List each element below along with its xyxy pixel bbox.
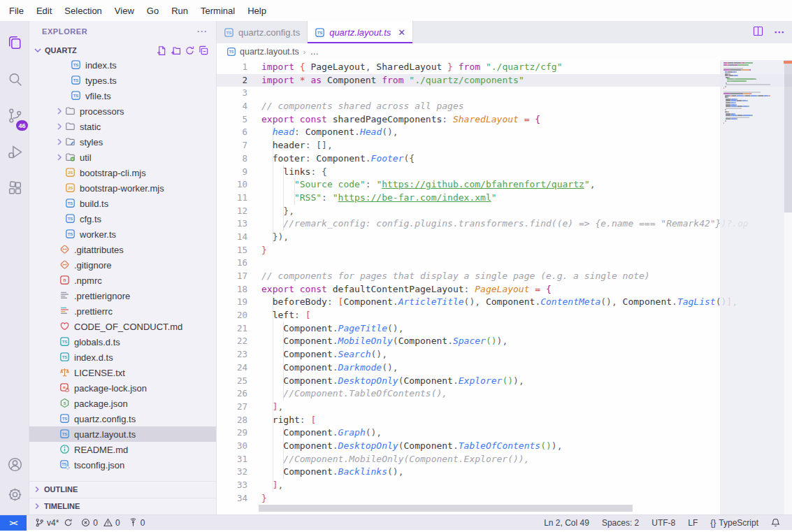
code-line-13[interactable]: 13 //remark_config: config.plugins.trans… [217, 217, 792, 231]
tree-file-bootstrap-cli.mjs[interactable]: JSbootstrap-cli.mjs [29, 165, 216, 180]
tree-file-worker.ts[interactable]: TSworker.ts [29, 227, 216, 242]
tree-file-.prettierrc[interactable]: .prettierrc [29, 303, 216, 319]
tree-file-.prettierignore[interactable]: .prettierignore [29, 288, 216, 303]
breadcrumb-more[interactable]: … [310, 47, 319, 57]
code-line-19[interactable]: 19 beforeBody: [Component.ArticleTitle()… [217, 296, 792, 309]
tree-file-CODE_OF_CONDUCT.md[interactable]: CODE_OF_CONDUCT.md [29, 319, 216, 334]
new-file-icon[interactable] [154, 43, 168, 57]
activity-run-debug[interactable] [0, 138, 29, 168]
vertical-scrollbar[interactable] [784, 60, 792, 515]
tree-file-quartz.config.ts[interactable]: TSquartz.config.ts [29, 411, 216, 426]
menu-edit[interactable]: Edit [30, 3, 58, 19]
code-line-26[interactable]: 26 //Component.TableOfContents(), [217, 387, 792, 401]
code-line-14[interactable]: 14 }), [217, 231, 792, 244]
editor-code-area[interactable]: 1import { PageLayout, SharedLayout } fro… [217, 60, 792, 515]
code-line-3[interactable]: 3 [217, 87, 792, 100]
code-line-9[interactable]: 9 links: { [217, 166, 792, 179]
activity-source-control[interactable]: 46 [0, 102, 29, 131]
encoding-status[interactable]: UTF-8 [645, 515, 682, 531]
code-line-6[interactable]: 6 head: Component.Head(), [217, 126, 792, 139]
remote-indicator[interactable]: >< [0, 515, 27, 531]
tree-file-LICENSE.txt[interactable]: LICENSE.txt [29, 365, 216, 380]
tree-file-vfile.ts[interactable]: TSvfile.ts [29, 88, 216, 103]
code-line-4[interactable]: 4// components shared across all pages [217, 100, 792, 113]
code-line-23[interactable]: 23 Component.Search(), [217, 348, 792, 361]
problems-status[interactable]: 0 0 [77, 515, 124, 531]
code-line-2[interactable]: 2import * as Component from "./quartz/co… [217, 74, 792, 87]
code-line-8[interactable]: 8 footer: Component.Footer({ [217, 152, 792, 166]
cursor-position[interactable]: Ln 2, Col 49 [538, 515, 596, 531]
editor-more-actions-icon[interactable]: ⋯ [774, 26, 785, 38]
tree-file-build.ts[interactable]: TSbuild.ts [29, 196, 216, 211]
new-folder-icon[interactable] [168, 43, 182, 57]
timeline-panel-header[interactable]: TIMELINE [29, 498, 216, 514]
notifications-bell[interactable] [765, 515, 786, 531]
menu-view[interactable]: View [108, 3, 141, 19]
split-editor-icon[interactable] [752, 25, 764, 40]
code-line-30[interactable]: 30 Component.DesktopOnly(Component.Table… [217, 440, 792, 453]
tab-quartz.layout.ts[interactable]: TSquartz.layout.ts✕ [308, 21, 413, 43]
code-line-17[interactable]: 17// components for pages that display a… [217, 270, 792, 283]
code-line-25[interactable]: 25 Component.DesktopOnly(Component.Explo… [217, 375, 792, 388]
menu-run[interactable]: Run [165, 3, 194, 19]
workspace-section-header[interactable]: QUARTZ [29, 42, 216, 59]
tree-file-tsconfig.json[interactable]: TStsconfig.json [29, 457, 216, 473]
menu-terminal[interactable]: Terminal [194, 3, 241, 19]
tree-file-cfg.ts[interactable]: TScfg.ts [29, 211, 216, 227]
tree-file-bootstrap-worker.mjs[interactable]: JSbootstrap-worker.mjs [29, 180, 216, 196]
horizontal-scrollbar-thumb[interactable] [259, 505, 633, 512]
tree-folder-static[interactable]: static [29, 119, 216, 134]
code-line-28[interactable]: 28 right: [ [217, 414, 792, 427]
activity-extensions[interactable] [0, 175, 29, 204]
outline-panel-header[interactable]: OUTLINE [29, 481, 216, 497]
minimap[interactable] [720, 60, 784, 515]
breadcrumb[interactable]: TS quartz.layout.ts › … [217, 43, 792, 60]
code-line-5[interactable]: 5export const sharedPageComponents: Shar… [217, 113, 792, 127]
refresh-icon[interactable] [182, 43, 196, 57]
code-line-27[interactable]: 27 ], [217, 401, 792, 414]
code-line-24[interactable]: 24 Component.Darkmode(), [217, 361, 792, 375]
code-line-16[interactable]: 16 [217, 257, 792, 270]
tree-file-.npmrc[interactable]: n.npmrc [29, 273, 216, 288]
activity-search[interactable] [0, 66, 29, 95]
tree-file-index.ts[interactable]: TSindex.ts [29, 57, 216, 73]
tree-folder-styles[interactable]: styles [29, 134, 216, 150]
code-line-33[interactable]: 33 ], [217, 479, 792, 492]
code-line-11[interactable]: 11 "RSS": "https://be-far.com/index.xml" [217, 192, 792, 205]
menu-selection[interactable]: Selection [58, 3, 108, 19]
indentation-status[interactable]: Spaces: 2 [596, 515, 645, 531]
code-line-31[interactable]: 31 //Component.MobileOnly(Component.Expl… [217, 453, 792, 466]
tree-file-types.ts[interactable]: TStypes.ts [29, 73, 216, 88]
code-line-15[interactable]: 15} [217, 244, 792, 257]
code-line-22[interactable]: 22 Component.MobileOnly(Component.Spacer… [217, 335, 792, 348]
tree-file-quartz.layout.ts[interactable]: TSquartz.layout.ts [29, 426, 216, 442]
branch-status[interactable]: v4* [31, 515, 77, 531]
tree-file-index.d.ts[interactable]: TSindex.d.ts [29, 350, 216, 365]
tree-folder-processors[interactable]: processors [29, 103, 216, 119]
code-line-21[interactable]: 21 Component.PageTitle(), [217, 322, 792, 336]
breadcrumb-file[interactable]: quartz.layout.ts [240, 47, 299, 57]
code-line-1[interactable]: 1import { PageLayout, SharedLayout } fro… [217, 61, 792, 74]
activity-settings[interactable] [0, 481, 29, 510]
code-line-18[interactable]: 18export const defaultContentPageLayout:… [217, 283, 792, 296]
code-line-7[interactable]: 7 header: [], [217, 139, 792, 152]
tree-folder-util[interactable]: util [29, 150, 216, 165]
menu-help[interactable]: Help [241, 3, 273, 19]
code-line-32[interactable]: 32 Component.Backlinks(), [217, 466, 792, 479]
tree-file-.gitignore[interactable]: .gitignore [29, 257, 216, 273]
activity-explorer[interactable] [0, 29, 29, 59]
tree-file-package-lock.json[interactable]: npackage-lock.json [29, 380, 216, 396]
code-line-29[interactable]: 29 Component.Graph(), [217, 426, 792, 440]
ports-status[interactable]: 0 [124, 515, 150, 531]
language-status[interactable]: {} TypeScript [704, 515, 765, 531]
code-line-34[interactable]: 34} [217, 492, 792, 505]
tab-quartz.config.ts[interactable]: TSquartz.config.ts [217, 21, 308, 43]
tab-close-icon[interactable]: ✕ [398, 27, 405, 38]
tree-file-README.md[interactable]: README.md [29, 442, 216, 457]
activity-account[interactable] [0, 451, 29, 480]
menu-go[interactable]: Go [141, 3, 165, 19]
tree-file-.gitattributes[interactable]: .gitattributes [29, 242, 216, 257]
sidebar-more-actions[interactable]: ⋯ [196, 25, 208, 38]
tree-file-package.json[interactable]: Spackage.json [29, 396, 216, 411]
code-line-12[interactable]: 12 }, [217, 205, 792, 218]
